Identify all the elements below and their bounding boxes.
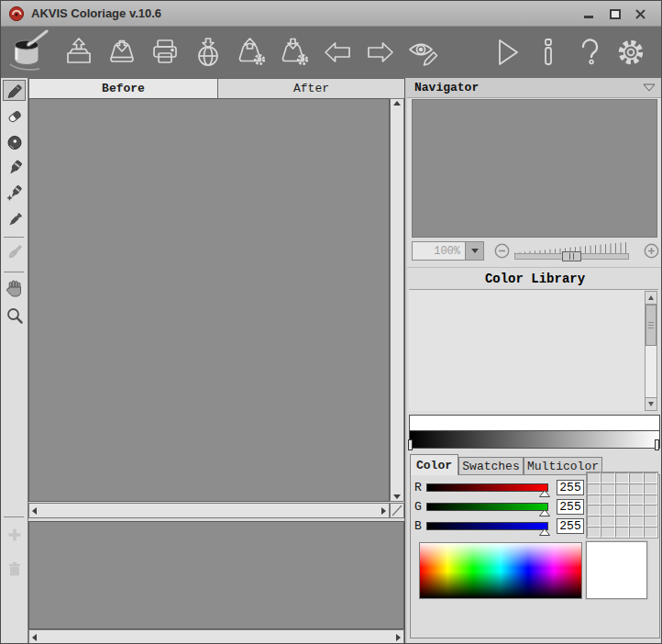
swatch-cell[interactable] — [587, 494, 601, 505]
zoom-value-field[interactable]: 100% — [413, 242, 466, 260]
save-strokes-icon — [278, 37, 311, 68]
recent-colors-grid[interactable] — [586, 472, 658, 539]
slider-handle-icon[interactable] — [539, 509, 550, 516]
swatch-cell[interactable] — [587, 472, 601, 483]
swatch-cell[interactable] — [601, 516, 614, 527]
canvas-vertical-scrollbar[interactable] — [390, 98, 404, 502]
zoom-dropdown-button[interactable] — [466, 242, 483, 260]
scroll-up-icon[interactable] — [393, 101, 401, 105]
tool-recolor-tube[interactable] — [3, 157, 26, 179]
color-spectrum-picker[interactable] — [419, 542, 582, 599]
preview-button[interactable] — [406, 31, 441, 73]
swatch-cell[interactable] — [644, 472, 657, 483]
swatch-cell[interactable] — [601, 483, 614, 494]
tool-magic-tube[interactable] — [3, 183, 26, 205]
gradient-handle-left[interactable] — [408, 439, 413, 450]
library-scroll-down-button[interactable] — [645, 397, 656, 410]
swatch-cell[interactable] — [587, 483, 601, 494]
gradient-handle-right[interactable] — [655, 439, 659, 450]
library-scroll-up-button[interactable] — [645, 292, 656, 305]
undo-button[interactable] — [320, 31, 355, 73]
swatch-cell[interactable] — [629, 472, 643, 483]
swatch-cell[interactable] — [644, 483, 657, 494]
preferences-button[interactable] — [613, 31, 648, 73]
blue-value-field[interactable]: 255 — [557, 518, 584, 534]
load-strokes-button[interactable] — [234, 31, 269, 73]
help-button[interactable] — [572, 31, 607, 73]
slider-handle-icon[interactable] — [539, 490, 550, 497]
navigator-collapse-button[interactable] — [643, 83, 656, 92]
swatch-cell[interactable] — [587, 527, 601, 538]
save-strokes-button[interactable] — [277, 31, 312, 73]
tab-swatches[interactable]: Swatches — [458, 457, 524, 475]
swatch-cell[interactable] — [629, 494, 643, 505]
navigator-preview[interactable] — [412, 99, 657, 238]
tool-pencil[interactable] — [3, 80, 26, 101]
zoom-slider-handle[interactable] — [562, 251, 581, 261]
swatch-cell[interactable] — [644, 516, 657, 527]
tab-after[interactable]: After — [218, 79, 404, 98]
library-scrollbar-thumb[interactable] — [645, 305, 656, 346]
swatch-cell[interactable] — [615, 494, 629, 505]
library-scrollbar[interactable] — [645, 291, 657, 411]
scroll-right-icon[interactable] — [396, 634, 401, 641]
globe-download-icon — [192, 37, 225, 68]
tool-zoom[interactable] — [3, 305, 26, 327]
info-button[interactable] — [531, 31, 566, 73]
minimize-button[interactable] — [583, 7, 595, 19]
scroll-left-icon[interactable] — [32, 634, 37, 641]
save-button[interactable] — [105, 31, 139, 73]
run-button[interactable] — [490, 31, 524, 73]
redo-button[interactable] — [363, 31, 398, 73]
tab-color[interactable]: Color — [410, 454, 458, 475]
swatch-cell[interactable] — [601, 527, 614, 538]
green-slider[interactable] — [426, 503, 548, 511]
swatch-cell[interactable] — [601, 505, 614, 516]
swatch-cell[interactable] — [601, 494, 614, 505]
zoom-in-button[interactable] — [644, 243, 659, 259]
scroll-right-icon[interactable] — [381, 507, 386, 515]
secondary-canvas[interactable] — [28, 521, 404, 629]
swatch-cell[interactable] — [615, 516, 629, 527]
red-value-field[interactable]: 255 — [557, 480, 584, 495]
swatch-cell[interactable] — [587, 505, 601, 516]
swatch-cell[interactable] — [644, 494, 657, 505]
open-button[interactable] — [61, 31, 96, 73]
tool-eyedropper[interactable] — [3, 209, 26, 231]
tab-before[interactable]: Before — [28, 79, 218, 98]
zoom-out-button[interactable] — [494, 243, 510, 259]
brightness-gradient-strip[interactable] — [409, 431, 660, 449]
swatch-cell[interactable] — [615, 505, 629, 516]
color-library-list[interactable] — [409, 289, 658, 411]
swatch-cell[interactable] — [615, 483, 629, 494]
scroll-left-icon[interactable] — [32, 507, 37, 515]
swatch-cell[interactable] — [629, 527, 643, 538]
slider-handle-icon[interactable] — [539, 528, 550, 536]
tool-keep-color-pencil[interactable] — [3, 131, 26, 153]
swatch-cell[interactable] — [629, 483, 643, 494]
tool-hand[interactable] — [3, 277, 26, 299]
secondary-horizontal-scrollbar[interactable] — [28, 629, 404, 644]
swatch-cell[interactable] — [601, 472, 614, 483]
swatch-cell[interactable] — [644, 505, 657, 516]
swatch-cell[interactable] — [629, 505, 643, 516]
swatch-cell[interactable] — [629, 516, 643, 527]
swatch-cell[interactable] — [615, 472, 629, 483]
canvas-horizontal-scrollbar[interactable] — [28, 503, 390, 518]
maximize-button[interactable] — [609, 7, 621, 19]
close-button[interactable] — [634, 7, 646, 19]
scroll-down-icon[interactable] — [393, 494, 401, 499]
swatch-cell[interactable] — [615, 527, 629, 538]
green-value-field[interactable]: 255 — [557, 499, 584, 515]
tool-eraser[interactable] — [3, 105, 26, 128]
print-button[interactable] — [148, 31, 182, 73]
rgb-row-red: R 255 — [414, 479, 598, 495]
swatch-cell[interactable] — [587, 516, 601, 527]
blue-slider[interactable] — [426, 522, 548, 530]
zoom-slider[interactable] — [514, 241, 629, 261]
dropdown-arrow-icon — [471, 249, 479, 253]
red-slider[interactable] — [426, 483, 548, 492]
image-canvas[interactable] — [28, 98, 390, 502]
swatch-cell[interactable] — [644, 527, 657, 538]
publish-web-button[interactable] — [191, 31, 226, 73]
